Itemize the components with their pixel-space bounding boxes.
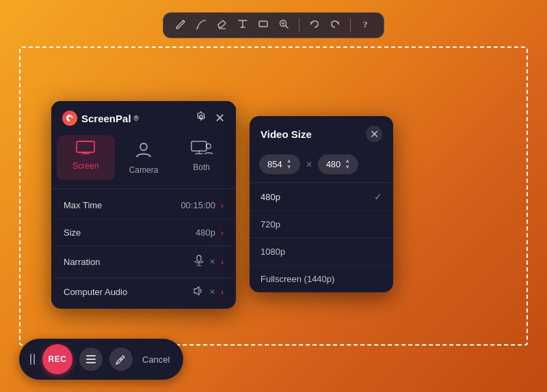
vs-separator: ✕ bbox=[306, 160, 312, 169]
vs-option-480p-label: 480p bbox=[261, 192, 280, 202]
screenpal-panel: ScreenPal ® ✕ Screen bbox=[51, 101, 236, 309]
vs-height-value: 480 bbox=[326, 159, 341, 169]
speaker-icon bbox=[193, 286, 204, 298]
vs-width-input[interactable]: 854 ▲ ▼ bbox=[259, 154, 300, 174]
settings-rows: Max Time 00:15:00 › Size 480p › Narratio… bbox=[51, 188, 236, 309]
rectangle-icon[interactable] bbox=[258, 18, 269, 32]
size-text: 480p bbox=[196, 227, 215, 238]
size-value: 480p › bbox=[196, 227, 224, 238]
mic-icon bbox=[194, 255, 204, 269]
menu-line-3 bbox=[86, 362, 96, 363]
vs-option-1080p-label: 1080p bbox=[261, 247, 285, 257]
setting-row-audio[interactable]: Computer Audio ✕ › bbox=[51, 278, 236, 306]
bottom-bar: REC Cancel bbox=[19, 339, 183, 380]
screen-tab-label: Screen bbox=[72, 161, 98, 171]
narration-value: ✕ › bbox=[194, 255, 224, 269]
vs-option-720p[interactable]: 720p bbox=[250, 211, 393, 238]
edit-button[interactable] bbox=[109, 348, 133, 371]
text-icon[interactable] bbox=[237, 18, 248, 32]
tab-screen[interactable]: Screen bbox=[57, 135, 115, 180]
screen-tab-icon bbox=[76, 141, 95, 158]
vs-close-button[interactable]: ✕ bbox=[366, 126, 382, 142]
redo-icon[interactable] bbox=[330, 18, 341, 32]
video-size-panel: Video Size ✕ 854 ▲ ▼ ✕ 480 ▲ ▼ 480p ✓ 72… bbox=[250, 116, 393, 292]
menu-line-2 bbox=[86, 359, 96, 360]
vs-option-fullscreen-label: Fullscreen (1440p) bbox=[261, 274, 334, 284]
vs-title: Video Size bbox=[261, 128, 312, 140]
audio-label: Computer Audio bbox=[64, 287, 127, 297]
narration-label: Narration bbox=[64, 257, 100, 267]
sp-logo-icon bbox=[62, 111, 77, 126]
camera-tab-label: Camera bbox=[129, 165, 159, 175]
vs-option-1080p[interactable]: 1080p bbox=[250, 238, 393, 266]
pencil-curved-icon[interactable] bbox=[196, 18, 207, 32]
sp-trademark: ® bbox=[134, 115, 139, 122]
menu-button[interactable] bbox=[79, 348, 103, 371]
narration-x: ✕ bbox=[209, 257, 215, 266]
menu-line-1 bbox=[86, 355, 96, 356]
camera-tab-icon bbox=[135, 141, 152, 163]
sp-header-icons: ✕ bbox=[196, 111, 225, 125]
svg-point-8 bbox=[120, 359, 122, 361]
vs-options: 480p ✓ 720p 1080p Fullscreen (1440p) bbox=[250, 182, 393, 292]
vs-height-input[interactable]: 480 ▲ ▼ bbox=[318, 154, 359, 174]
setting-row-size[interactable]: Size 480p › bbox=[51, 219, 236, 247]
tab-camera[interactable]: Camera bbox=[115, 135, 173, 180]
vs-width-value: 854 bbox=[267, 159, 282, 169]
mode-tabs: Screen Camera Both bbox=[51, 132, 236, 188]
vs-height-down[interactable]: ▼ bbox=[345, 165, 350, 170]
svg-rect-7 bbox=[197, 255, 201, 262]
vs-height-spinner[interactable]: ▲ ▼ bbox=[345, 158, 350, 170]
audio-value: ✕ › bbox=[193, 286, 224, 298]
setting-row-maxtime[interactable]: Max Time 00:15:00 › bbox=[51, 192, 236, 219]
sp-logo: ScreenPal ® bbox=[62, 111, 139, 126]
settings-icon[interactable] bbox=[196, 111, 206, 125]
help-icon[interactable]: ? bbox=[360, 18, 371, 32]
setting-row-narration[interactable]: Narration ✕ › bbox=[51, 247, 236, 278]
zoom-icon[interactable] bbox=[278, 18, 289, 32]
narration-arrow: › bbox=[221, 257, 224, 267]
cancel-button[interactable]: Cancel bbox=[139, 354, 172, 365]
maxtime-label: Max Time bbox=[64, 200, 102, 210]
size-arrow: › bbox=[221, 228, 224, 238]
both-tab-icon bbox=[191, 141, 213, 160]
svg-rect-3 bbox=[77, 141, 94, 152]
vs-width-spinner[interactable]: ▲ ▼ bbox=[286, 158, 292, 170]
rec-button[interactable]: REC bbox=[42, 344, 72, 374]
vs-check-icon: ✓ bbox=[374, 191, 382, 202]
audio-arrow: › bbox=[221, 288, 224, 297]
toolbar: ? bbox=[163, 12, 384, 38]
toolbar-divider bbox=[299, 18, 299, 32]
eraser-icon[interactable] bbox=[217, 18, 228, 32]
maxtime-text: 00:15:00 bbox=[181, 200, 215, 210]
sp-header: ScreenPal ® ✕ bbox=[51, 101, 236, 132]
both-tab-label: Both bbox=[193, 163, 210, 172]
svg-text:?: ? bbox=[363, 19, 368, 29]
vs-size-inputs: 854 ▲ ▼ ✕ 480 ▲ ▼ bbox=[250, 149, 393, 182]
maxtime-arrow: › bbox=[221, 201, 224, 210]
vs-height-up[interactable]: ▲ bbox=[345, 158, 350, 164]
pause-bar-2 bbox=[34, 354, 35, 365]
sp-logo-text: ScreenPal bbox=[81, 113, 131, 124]
tab-both[interactable]: Both bbox=[172, 135, 230, 180]
svg-rect-0 bbox=[259, 21, 267, 27]
close-icon[interactable]: ✕ bbox=[215, 112, 225, 124]
svg-rect-5 bbox=[191, 141, 206, 151]
vs-width-up[interactable]: ▲ bbox=[286, 158, 292, 164]
maxtime-value: 00:15:00 › bbox=[181, 200, 224, 210]
audio-x: ✕ bbox=[209, 288, 215, 296]
pencil-icon[interactable] bbox=[176, 18, 187, 32]
svg-point-4 bbox=[140, 143, 147, 150]
pause-button[interactable] bbox=[30, 352, 36, 366]
size-label: Size bbox=[64, 227, 81, 238]
vs-width-down[interactable]: ▼ bbox=[286, 165, 292, 170]
vs-option-480p[interactable]: 480p ✓ bbox=[250, 183, 393, 211]
vs-option-720p-label: 720p bbox=[261, 219, 280, 229]
vs-option-fullscreen[interactable]: Fullscreen (1440p) bbox=[250, 266, 393, 292]
undo-icon[interactable] bbox=[309, 18, 320, 32]
toolbar-divider-2 bbox=[350, 18, 351, 32]
vs-header: Video Size ✕ bbox=[250, 116, 393, 149]
pause-bar-1 bbox=[30, 354, 31, 365]
rec-label: REC bbox=[49, 354, 67, 364]
